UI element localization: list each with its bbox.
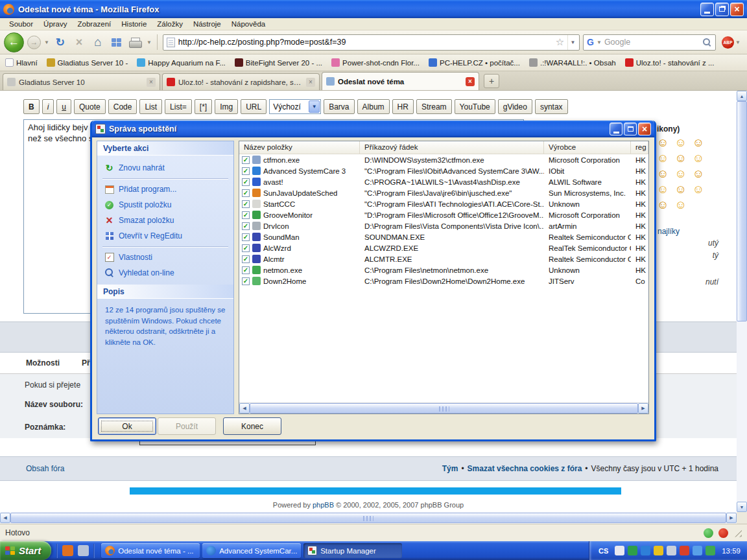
print-dropdown-icon[interactable]: ▼ — [147, 40, 152, 45]
table-row[interactable]: ✓DrvIconD:\Program Files\Vista Component… — [239, 220, 648, 231]
bookmark-item[interactable]: Happy Aquarium na F... — [137, 58, 226, 67]
row-checkbox[interactable]: ✓ — [242, 244, 250, 252]
bookmark-item[interactable]: .:!WAR4ALL!:. • Obsah — [529, 58, 616, 67]
bookmark-item[interactable]: PC-HELP.CZ • počítač... — [429, 58, 520, 67]
menu-item[interactable]: Soubor — [4, 19, 38, 29]
smiley-icon[interactable]: ☺ — [674, 198, 686, 211]
tab[interactable]: Uloz.to! - stahování z rapidshare, stah.… — [162, 73, 320, 90]
dialog-minimize-button[interactable] — [610, 122, 622, 135]
bbcode-button[interactable]: B — [23, 99, 40, 114]
adblock-dropdown-icon[interactable]: ▼ — [735, 40, 741, 45]
tab-close-icon[interactable]: × — [306, 78, 315, 87]
minimize-button[interactable] — [700, 3, 714, 16]
row-checkbox[interactable]: ✓ — [242, 211, 250, 219]
bookmark-item[interactable]: Uloz.to! - stahování z ... — [625, 58, 715, 67]
table-row[interactable]: ✓AlcmtrALCMTR.EXERealtek Semiconductor C… — [239, 253, 648, 264]
phpbb-link[interactable]: phpBB — [313, 501, 334, 509]
team-link[interactable]: Tým — [442, 464, 458, 473]
table-row[interactable]: ✓SunJavaUpdateSched"C:\Program Files\Jav… — [239, 187, 648, 198]
smiley-icon[interactable]: ☺ — [693, 152, 704, 165]
row-checkbox[interactable]: ✓ — [242, 266, 250, 274]
table-scroll-thumb[interactable] — [250, 403, 638, 414]
vertical-scrollbar[interactable]: ▲ ▼ — [737, 91, 747, 512]
table-horizontal-scrollbar[interactable]: ◀ ▶ — [239, 402, 648, 414]
smiley-icon[interactable]: ☺ — [693, 136, 704, 149]
forward-button[interactable]: → — [27, 36, 41, 49]
bbcode-button[interactable]: Stream — [416, 99, 452, 114]
tray-icon[interactable] — [667, 546, 676, 555]
bbcode-button[interactable]: URL — [241, 99, 267, 114]
print-button[interactable] — [128, 34, 143, 51]
dialog-close-button[interactable]: × — [638, 122, 651, 135]
restore-button[interactable] — [715, 3, 729, 16]
smiley-icon[interactable]: ☺ — [693, 183, 704, 196]
smiley-icon[interactable]: ☺ — [657, 152, 669, 165]
row-checkbox[interactable]: ✓ — [242, 156, 250, 164]
row-checkbox[interactable]: ✓ — [242, 178, 250, 186]
bbcode-button[interactable]: YouTube — [455, 99, 495, 114]
sidebar-action-run-item[interactable]: Spustit položku — [97, 197, 233, 213]
bbcode-button[interactable]: gVideo — [498, 99, 532, 114]
bookmark-item[interactable]: Power-shot-cndn Flor... — [331, 58, 420, 67]
scroll-left-icon[interactable]: ◀ — [0, 513, 10, 523]
tab-options[interactable]: Možnosti — [26, 358, 60, 368]
tray-icon[interactable] — [615, 546, 624, 555]
statusbar-green-icon[interactable] — [704, 528, 713, 538]
search-input[interactable]: Google — [604, 38, 700, 47]
table-row[interactable]: ✓Down2HomeC:\Program Files\Down2Home\Dow… — [239, 275, 648, 286]
history-dropdown-icon[interactable]: ▼ — [44, 40, 49, 45]
scroll-down-icon[interactable]: ▼ — [737, 502, 747, 512]
tab-close-icon[interactable]: × — [466, 77, 475, 86]
smiley-icon[interactable]: ☺ — [674, 152, 686, 165]
back-button[interactable]: ← — [4, 32, 24, 52]
font-select[interactable]: Výchozí▼ — [269, 99, 321, 114]
table-row[interactable]: ✓GrooveMonitor"D:\Program Files\Microsof… — [239, 209, 648, 220]
smiley-icon[interactable]: ☺ — [657, 183, 669, 196]
tray-icon[interactable] — [680, 546, 689, 555]
tab[interactable]: Gladiatus Server 10× — [3, 73, 160, 90]
bbcode-button[interactable]: Code — [108, 99, 137, 114]
table-row[interactable]: ✓netmon.exeC:\Program Files\netmon\netmo… — [239, 264, 648, 275]
row-checkbox[interactable]: ✓ — [242, 189, 250, 197]
table-row[interactable]: ✓avast!C:\PROGRA~1\ALWILS~1\Avast4\ashDi… — [239, 176, 648, 187]
vertical-scroll-thumb[interactable] — [737, 101, 747, 321]
row-checkbox[interactable]: ✓ — [242, 277, 250, 285]
column-header[interactable]: reg — [631, 141, 648, 154]
sidebar-action-delete-item[interactable]: Smazat položku — [97, 213, 233, 228]
scroll-right-icon[interactable]: ▶ — [726, 513, 737, 523]
tab-close-icon[interactable]: × — [147, 78, 156, 87]
tray-icon[interactable] — [628, 546, 637, 555]
row-checkbox[interactable]: ✓ — [242, 167, 250, 175]
bbcode-button[interactable]: syntax — [535, 99, 568, 114]
row-checkbox[interactable]: ✓ — [242, 222, 250, 230]
delete-cookies-link[interactable]: Smazat všechna cookies z fóra — [468, 464, 582, 473]
scroll-up-icon[interactable]: ▲ — [737, 91, 747, 101]
row-checkbox[interactable]: ✓ — [242, 233, 250, 241]
bookmark-item[interactable]: BiteFight Server 20 - ... — [235, 58, 322, 67]
smiley-icon[interactable]: ☺ — [657, 167, 669, 180]
bbcode-button[interactable]: HR — [392, 99, 414, 114]
table-row[interactable]: ✓StartCCC"C:\Program Files\ATI Technolog… — [239, 198, 648, 209]
table-scroll-right-icon[interactable]: ▶ — [638, 403, 648, 414]
search-engine-dropdown-icon[interactable]: ▼ — [597, 40, 602, 45]
taskbar-button[interactable]: Odeslat nové téma - ... — [101, 543, 200, 558]
search-box[interactable]: G ▼ Google — [583, 34, 716, 51]
menu-item[interactable]: Nástroje — [188, 19, 226, 29]
column-header[interactable]: Název položky — [239, 141, 360, 154]
bookmark-star-icon[interactable]: ☆ — [556, 36, 564, 48]
smiley-icon[interactable]: ☺ — [674, 167, 686, 180]
tray-icon[interactable] — [706, 546, 715, 555]
tab[interactable]: Odeslat nové téma× — [322, 72, 479, 90]
dialog-maximize-button[interactable] — [624, 122, 637, 135]
search-icon[interactable] — [702, 38, 712, 47]
bbcode-button[interactable]: List= — [165, 99, 192, 114]
bbcode-button[interactable]: [*] — [195, 99, 212, 114]
language-indicator[interactable]: CS — [596, 546, 611, 556]
table-row[interactable]: ✓AlcWzrdALCWZRD.EXERealTek Semiconductor… — [239, 242, 648, 253]
bbcode-button[interactable]: u — [56, 99, 71, 114]
sidebar-action-regedit[interactable]: Otevřít v RegEditu — [97, 228, 233, 244]
tray-icon[interactable] — [641, 546, 650, 555]
horizontal-scroll-thumb[interactable] — [10, 513, 726, 523]
url-dropdown-icon[interactable]: ▼ — [567, 35, 578, 50]
close-dialog-button[interactable]: Konec — [223, 417, 281, 435]
